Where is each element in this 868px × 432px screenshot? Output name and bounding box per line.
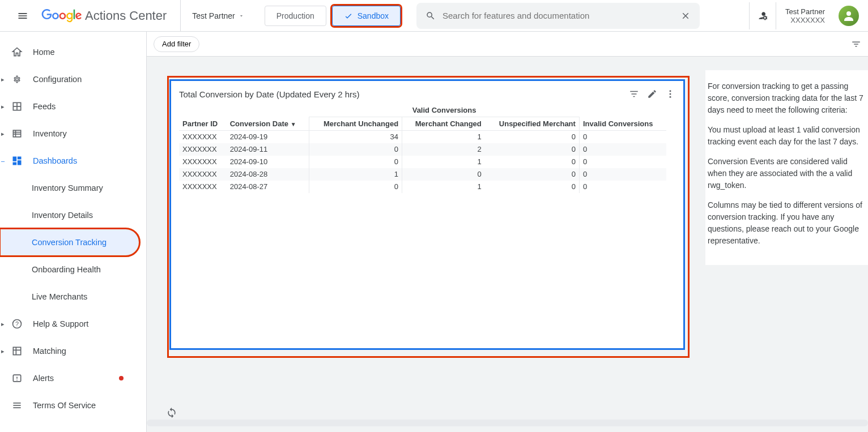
sidebar-subitem-onboarding-health[interactable]: Onboarding Health — [0, 256, 146, 283]
svg-point-23 — [670, 90, 671, 92]
cell-unchanged: 1 — [309, 168, 402, 181]
help-icon: ? — [11, 318, 23, 330]
column-partner-id[interactable]: Partner ID — [179, 117, 227, 131]
expand-icon: ▸ — [1, 76, 10, 83]
sidebar-subitem-conversion-tracking[interactable]: Conversion Tracking — [0, 229, 139, 256]
account-name: Test Partner — [785, 7, 825, 16]
sidebar-item-label: Help & Support — [33, 319, 88, 328]
sidebar: Home ▸ Configuration ▸ Feeds ▸ Inventory… — [0, 32, 146, 432]
cell-date: 2024-09-11 — [227, 143, 309, 156]
conversion-table: Valid Conversions Partner ID Conversion … — [179, 104, 666, 193]
sidebar-item-dashboards[interactable]: – Dashboards — [0, 147, 146, 174]
production-button[interactable]: Production — [265, 6, 326, 26]
svg-point-0 — [846, 11, 851, 16]
menu-button[interactable] — [9, 2, 36, 29]
sidebar-item-inventory[interactable]: ▸ Inventory — [0, 120, 146, 147]
column-conversion-date[interactable]: Conversion Date ▼ — [227, 117, 309, 131]
matching-icon — [11, 345, 23, 357]
cell-invalid: 0 — [579, 156, 666, 168]
table-row[interactable]: XXXXXXX2024-08-270100 — [179, 181, 666, 193]
cell-date: 2024-08-28 — [227, 168, 309, 181]
svg-rect-14 — [13, 347, 20, 354]
tos-icon — [11, 400, 23, 411]
edit-icon[interactable] — [647, 89, 657, 99]
partner-dropdown-label: Test Partner — [192, 11, 235, 20]
svg-point-24 — [670, 93, 671, 95]
column-merchant-unchanged[interactable]: Merchant Unchanged — [309, 117, 402, 131]
cell-changed: 1 — [402, 181, 485, 193]
table-row[interactable]: XXXXXXX2024-09-110200 — [179, 143, 666, 156]
sidebar-item-configuration[interactable]: ▸ Configuration — [0, 66, 146, 93]
cell-partner-id: XXXXXXX — [179, 168, 227, 181]
column-unspecified-merchant[interactable]: Unspecified Merchant — [485, 117, 580, 131]
sidebar-item-tos[interactable]: Terms Of Service — [0, 392, 146, 419]
sidebar-item-matching[interactable]: ▸ Matching — [0, 337, 146, 365]
reload-icon[interactable] — [166, 407, 177, 418]
sidebar-item-label: Home — [33, 48, 55, 57]
sidebar-item-help[interactable]: ▸ ? Help & Support — [0, 310, 146, 337]
cell-changed: 2 — [402, 143, 485, 156]
sidebar-item-home[interactable]: Home — [0, 39, 146, 66]
svg-rect-9 — [18, 157, 22, 160]
cell-unspecified: 0 — [485, 168, 580, 181]
info-text: For conversion tracking to get a passing… — [708, 80, 868, 116]
cell-partner-id: XXXXXXX — [179, 143, 227, 156]
clear-icon[interactable] — [680, 11, 691, 21]
expand-icon: ▸ — [1, 320, 10, 328]
info-panel: For conversion tracking to get a passing… — [705, 70, 868, 265]
sidebar-subitem-live-merchants[interactable]: Live Merchants — [0, 283, 146, 310]
inventory-icon — [11, 128, 23, 139]
search-input[interactable] — [442, 11, 674, 20]
grid-icon — [11, 101, 23, 112]
cell-unchanged: 0 — [309, 143, 402, 156]
svg-text:?: ? — [15, 320, 19, 327]
search-icon — [426, 11, 436, 21]
table-row[interactable]: XXXXXXX2024-09-100100 — [179, 156, 666, 168]
info-text: Conversion Events are considered valid w… — [708, 156, 868, 191]
sidebar-item-label: Feeds — [33, 102, 56, 111]
alert-indicator-dot — [119, 376, 124, 380]
cell-invalid: 0 — [579, 131, 666, 143]
sidebar-item-label: Inventory — [33, 129, 67, 138]
search-bar[interactable] — [416, 3, 700, 29]
gear-icon — [11, 74, 23, 85]
partner-dropdown[interactable]: Test Partner — [180, 0, 255, 31]
manage-users-button[interactable] — [749, 2, 776, 29]
column-group-valid: Valid Conversions — [309, 104, 580, 117]
cell-unspecified: 0 — [485, 156, 580, 168]
sandbox-button[interactable]: Sandbox — [332, 6, 401, 26]
cell-unchanged: 0 — [309, 156, 402, 168]
column-invalid-conversions[interactable]: Invalid Conversions — [579, 117, 666, 131]
filter-list-icon[interactable] — [851, 39, 861, 49]
sidebar-item-alerts[interactable]: Alerts — [0, 365, 146, 392]
sidebar-item-label: Matching — [33, 347, 66, 356]
sidebar-item-feeds[interactable]: ▸ Feeds — [0, 93, 146, 120]
alert-icon — [11, 373, 23, 384]
cell-changed: 1 — [402, 156, 485, 168]
cell-unchanged: 34 — [309, 131, 402, 143]
table-row[interactable]: XXXXXXX2024-09-1934100 — [179, 131, 666, 143]
chart-panel: Total Conversion by Date (Updated Every … — [169, 79, 685, 350]
svg-point-25 — [670, 96, 671, 98]
svg-point-19 — [16, 380, 18, 381]
sidebar-subitem-inventory-summary[interactable]: Inventory Summary — [0, 174, 146, 202]
account-info: Test Partner XXXXXXX — [785, 7, 829, 24]
sidebar-item-label: Configuration — [33, 75, 82, 84]
svg-rect-8 — [13, 157, 17, 161]
dashboard-icon — [11, 155, 23, 166]
avatar[interactable] — [839, 6, 859, 26]
home-icon — [11, 46, 23, 58]
table-row[interactable]: XXXXXXX2024-08-281000 — [179, 168, 666, 181]
column-merchant-changed[interactable]: Merchant Changed — [402, 117, 485, 131]
svg-rect-10 — [18, 160, 22, 165]
sidebar-item-label: Dashboards — [33, 156, 77, 165]
horizontal-scrollbar[interactable] — [147, 420, 868, 426]
more-vert-icon[interactable] — [665, 89, 675, 99]
filter-icon[interactable] — [629, 89, 639, 99]
sidebar-subitem-inventory-details[interactable]: Inventory Details — [0, 202, 146, 229]
chart-title: Total Conversion by Date (Updated Every … — [179, 89, 359, 99]
hamburger-icon — [17, 10, 28, 22]
logo[interactable]: Actions Center — [41, 8, 167, 23]
add-filter-button[interactable]: Add filter — [154, 36, 199, 52]
sort-desc-icon: ▼ — [291, 121, 296, 127]
